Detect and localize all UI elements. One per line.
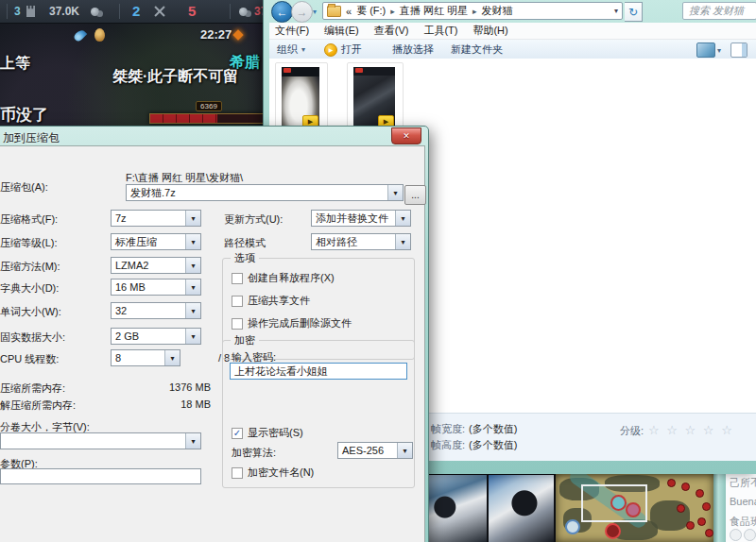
method-combo[interactable]: LZMA2▾	[111, 257, 201, 274]
parameters-input[interactable]	[0, 468, 201, 484]
menu-edit[interactable]: 编辑(E)	[324, 24, 359, 38]
minimap-champion-icon	[610, 495, 627, 511]
chat-message: Buenas	[730, 496, 756, 507]
word-size-label: 单词大小(W):	[0, 305, 61, 319]
minimap-champion-icon	[605, 523, 621, 539]
menu-help[interactable]: 帮助(H)	[472, 24, 507, 38]
close-icon: ✕	[403, 131, 410, 141]
menu-file[interactable]: 文件(F)	[275, 24, 309, 38]
breadcrumb-segment[interactable]: 要 (F:)	[356, 4, 386, 18]
checkbox-icon	[232, 318, 243, 330]
search-placeholder: 搜索 发财猫	[689, 4, 744, 18]
open-button[interactable]: ▶ 打开	[324, 42, 362, 57]
tower-icon	[26, 6, 35, 17]
forward-arrow-icon: →	[297, 6, 308, 19]
archive-name-combo[interactable]: 发财猫.7z▾	[126, 184, 404, 201]
menu-view[interactable]: 查看(V)	[374, 24, 409, 38]
rating-row: 分级:☆ ☆ ☆ ☆ ☆	[620, 423, 734, 438]
checkbox-shared-files[interactable]: 压缩共享文件	[232, 294, 310, 308]
7zip-add-to-archive-dialog: 加到压缩包 ✕ 压缩包(A): F:\直播 网红 明星\发财猫\ 发财猫.7z▾…	[0, 126, 429, 542]
towers-count: 3	[14, 0, 21, 23]
checkbox-checked-icon: ✓	[232, 428, 243, 439]
video-file-item[interactable]: ▶	[275, 62, 328, 134]
breadcrumb-segment[interactable]: 直播 网红 明星	[400, 4, 468, 18]
dictionary-label: 字典大小(D):	[0, 281, 59, 296]
explorer-address-row: ← → ▾ « 要 (F:) ▸ 直播 网红 明星 ▸ 发财猫 ▾ ↻ 搜索 发…	[269, 0, 756, 23]
chat-window: 己所不欲 Buenas 食品班的	[726, 474, 756, 542]
forward-button[interactable]: →	[291, 1, 313, 23]
checkbox-icon	[232, 273, 243, 284]
browse-button[interactable]: ...	[404, 185, 426, 205]
overlay-text-left-top: 上等	[0, 54, 30, 74]
cpu-threads-combo[interactable]: 8▾	[111, 349, 180, 366]
preview-pane-button[interactable]	[730, 42, 747, 58]
format-combo[interactable]: 7z▾	[111, 210, 201, 227]
back-arrow-icon: ←	[277, 6, 288, 19]
organize-button[interactable]: 组织 ▾	[277, 42, 305, 57]
chevron-down-icon: ▾	[185, 258, 200, 273]
rating-stars[interactable]: ☆ ☆ ☆ ☆ ☆	[648, 423, 734, 437]
address-dropdown-icon[interactable]: ▾	[614, 7, 618, 15]
boss-health-bar: 6369	[149, 95, 268, 124]
chevron-down-icon: ▾	[185, 303, 200, 318]
chevron-down-icon[interactable]: ▾	[717, 46, 721, 55]
minimap-champion-icon	[565, 519, 580, 534]
chat-message: 食品班的	[730, 515, 756, 529]
breadcrumb-collapsed[interactable]: «	[346, 6, 352, 17]
red-kills: 5	[188, 0, 196, 23]
word-size-combo[interactable]: 32▾	[111, 302, 201, 319]
blue-kills: 2	[132, 0, 140, 23]
refresh-icon: ↻	[628, 6, 638, 19]
format-label: 压缩格式(F):	[0, 212, 58, 227]
new-folder-button[interactable]: 新建文件夹	[451, 42, 503, 57]
method-label: 压缩方法(M):	[0, 260, 60, 274]
chevron-down-icon: ▾	[397, 443, 412, 458]
chat-message: 己所不欲	[730, 476, 756, 490]
change-view-button[interactable]	[696, 42, 715, 58]
divider	[7, 4, 8, 19]
breadcrumb-separator-icon: ▸	[472, 7, 477, 16]
refresh-button[interactable]: ↻	[625, 2, 643, 22]
divider	[119, 4, 120, 19]
seed-icon	[94, 28, 105, 42]
health-bar-track	[149, 113, 268, 124]
webcam-player-2	[489, 475, 554, 542]
solid-block-combo[interactable]: 2 GB▾	[111, 328, 201, 345]
menu-tools[interactable]: 工具(T)	[423, 24, 457, 38]
update-mode-label: 更新方式(U):	[224, 212, 283, 227]
checkbox-show-password[interactable]: ✓显示密码(S)	[232, 426, 303, 440]
checkbox-sfx[interactable]: 创建自释放程序(X)	[232, 271, 335, 285]
path-mode-combo[interactable]: 相对路径▾	[311, 233, 411, 250]
divider	[230, 4, 231, 19]
command-toolbar: 组织 ▾ ▶ 打开 播放选择 新建文件夹 ▾	[269, 40, 756, 60]
volume-size-combo[interactable]: ▾	[0, 432, 201, 449]
password-input[interactable]: 上村花论坛看小姐姐	[230, 363, 407, 380]
play-selection-button[interactable]: 播放选择	[392, 42, 434, 57]
close-button[interactable]: ✕	[391, 127, 421, 144]
checkbox-encrypt-filenames[interactable]: 加密文件名(N)	[232, 466, 314, 480]
coins-icon	[91, 8, 99, 16]
encryption-method-combo[interactable]: AES-256▾	[337, 442, 413, 459]
checkbox-delete-after[interactable]: 操作完成后删除源文件	[232, 316, 352, 330]
health-value: 6369	[196, 101, 222, 111]
address-bar[interactable]: « 要 (F:) ▸ 直播 网红 明星 ▸ 发财猫 ▾	[322, 2, 623, 20]
overlay-text-left-bottom: 币没了	[0, 104, 48, 126]
recent-pages-dropdown[interactable]: ▾	[313, 8, 317, 16]
back-button[interactable]: ←	[271, 1, 293, 23]
update-mode-combo[interactable]: 添加并替换文件▾	[311, 210, 411, 227]
breadcrumb-segment[interactable]: 发财猫	[481, 4, 512, 18]
health-bar-fill	[150, 114, 217, 123]
video-thumbnail: ▶	[282, 67, 319, 129]
video-file-item[interactable]: ▶	[347, 62, 404, 134]
coins-icon	[239, 8, 248, 16]
search-box[interactable]: 搜索 发财猫	[682, 2, 756, 20]
game-objective-bar: 22:27	[0, 24, 267, 44]
chevron-down-icon: ▾	[185, 329, 200, 344]
chevron-down-icon: ▾	[395, 211, 410, 226]
chevron-down-icon: ▾	[185, 279, 200, 295]
memory-decompress-label: 解压缩所需内存:	[0, 398, 76, 413]
level-combo[interactable]: 标准压缩▾	[111, 233, 201, 250]
archive-label: 压缩包(A):	[0, 180, 48, 195]
dictionary-combo[interactable]: 16 MB▾	[111, 279, 201, 296]
recording-badge-icon	[355, 68, 363, 73]
